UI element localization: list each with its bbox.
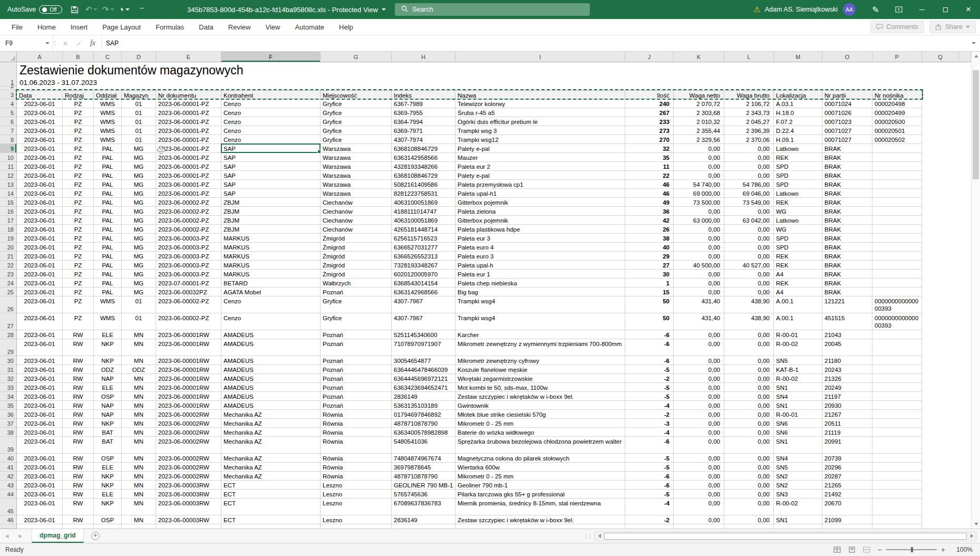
cell[interactable]: 2 329,56 <box>674 135 724 144</box>
cell[interactable]: Mot kombi te 50, sds-max, 1100w <box>455 383 625 392</box>
cell[interactable]: 2023-06-00003-PZ <box>156 270 221 279</box>
cell[interactable]: 2023-06-01 <box>17 261 63 270</box>
cell[interactable]: Mechanika AZ <box>221 437 321 454</box>
cell[interactable]: Paleta upal-h1 <box>455 189 625 198</box>
cell[interactable]: RW <box>63 410 94 419</box>
cell[interactable]: REK <box>774 261 822 270</box>
row-header-44[interactable]: 44 <box>0 490 17 499</box>
cell[interactable] <box>822 524 872 529</box>
cell[interactable]: 1 <box>625 279 674 287</box>
cell[interactable]: 2023-06-00002-PZ <box>156 207 221 216</box>
cell[interactable]: 0,00 <box>724 144 774 153</box>
cell[interactable]: 2023-06-00002RW <box>156 419 221 428</box>
cell[interactable]: WMS <box>94 117 122 126</box>
cell[interactable]: Wkrętaki zegarmistrzowskie <box>455 374 625 383</box>
cell[interactable]: 2 355,44 <box>674 126 724 135</box>
cell[interactable]: -3 <box>625 419 674 428</box>
cell[interactable]: Palety e-pal <box>455 171 625 180</box>
column-header-P[interactable]: P <box>872 52 922 62</box>
cell[interactable]: 21326 <box>822 374 872 383</box>
cell[interactable]: 2023-06-01 <box>17 189 63 198</box>
cell[interactable] <box>872 216 922 225</box>
cell[interactable]: PAL <box>94 243 122 252</box>
cell[interactable]: 267 <box>625 108 674 117</box>
cell[interactable]: 2023-06-00002RW <box>156 437 221 454</box>
cell[interactable] <box>872 198 922 207</box>
cell[interactable]: MN <box>122 481 156 490</box>
column-title-rodzaj[interactable]: Rodzaj <box>63 90 94 99</box>
cell[interactable]: RW <box>63 490 94 499</box>
cell[interactable]: 0,00 <box>674 365 724 374</box>
new-sheet-button[interactable]: + <box>91 532 100 540</box>
cell[interactable] <box>922 499 959 515</box>
cell[interactable]: PZ <box>63 261 94 270</box>
cancel-icon[interactable]: ✕ <box>59 40 72 47</box>
cell[interactable]: Warszawa <box>321 189 392 198</box>
row-header-3[interactable]: 3 <box>0 90 17 99</box>
cell[interactable]: Wiertarka 600w <box>455 463 625 472</box>
cell[interactable] <box>922 313 959 330</box>
cell[interactable]: Magnetyczna osłona do pilarek stołowych <box>455 454 625 463</box>
cell[interactable]: Gryfice <box>321 135 392 144</box>
cell[interactable]: BAT <box>94 437 122 454</box>
cell[interactable]: PZ <box>63 162 94 171</box>
cell[interactable]: BRAK <box>822 162 872 171</box>
cell[interactable]: 40 <box>625 243 674 252</box>
cell[interactable]: 4063100051869 <box>392 216 455 225</box>
cell[interactable]: 0,00 <box>674 463 724 472</box>
scroll-up-button[interactable] <box>972 52 980 61</box>
cell[interactable]: Równia <box>321 472 392 481</box>
cell[interactable]: 0,00 <box>674 330 724 339</box>
cell[interactable] <box>872 490 922 499</box>
cell[interactable]: 2023-06-01 <box>17 171 63 180</box>
cell[interactable]: SN1 <box>774 401 822 410</box>
cell[interactable]: 50 <box>625 313 674 330</box>
cell[interactable]: 2023-06-00003RW <box>156 515 221 524</box>
cell[interactable]: 4307-7967 <box>392 313 455 330</box>
cell[interactable] <box>872 279 922 287</box>
cell[interactable]: 273 <box>625 126 674 135</box>
cell[interactable] <box>872 234 922 243</box>
cell[interactable]: Żmigród <box>321 234 392 243</box>
cell[interactable]: Poznań <box>321 383 392 392</box>
cell[interactable]: 4307-7974 <box>392 135 455 144</box>
cell[interactable]: 0,00 <box>724 481 774 490</box>
cell[interactable]: 2023-06-00002-PZ <box>156 216 221 225</box>
column-header-F[interactable]: F <box>221 52 321 62</box>
cell[interactable]: 63 000,00 <box>674 216 724 225</box>
cell[interactable]: BRAK <box>822 216 872 225</box>
cell[interactable]: PAL <box>94 225 122 234</box>
cell[interactable]: 2023-06-01 <box>17 515 63 524</box>
cell[interactable]: 73 500,00 <box>674 198 724 207</box>
cell[interactable]: MN <box>122 454 156 463</box>
cell[interactable]: 21043 <box>822 330 872 339</box>
cell[interactable]: 38 <box>625 234 674 243</box>
cell[interactable]: 35 <box>625 153 674 162</box>
cell[interactable]: WMS <box>94 126 122 135</box>
cell[interactable]: WMS <box>94 99 122 108</box>
cell[interactable]: 2023-06-01 <box>17 108 63 117</box>
cell[interactable]: Pilarka tarczowa gks 55+ g professional <box>455 490 625 499</box>
cell[interactable]: 2 106,72 <box>724 99 774 108</box>
scrollbar-resize-handle[interactable]: ⋮⋮ <box>584 533 594 539</box>
cell[interactable] <box>221 524 321 529</box>
cell[interactable] <box>922 99 959 108</box>
cell[interactable]: 67089637836783 <box>392 499 455 515</box>
cell[interactable]: 2023-06-00001-PZ <box>156 144 221 153</box>
cell[interactable]: KAT-B-1 <box>774 365 822 374</box>
cell[interactable]: BRAK <box>822 287 872 296</box>
cell[interactable] <box>872 144 922 153</box>
row-header-6[interactable]: 6 <box>0 117 17 126</box>
cell[interactable]: 240 <box>625 99 674 108</box>
row-header-23[interactable]: 23 <box>0 270 17 279</box>
cell[interactable]: Ciechanów <box>321 225 392 234</box>
cell[interactable] <box>922 383 959 392</box>
cell[interactable]: MG <box>122 162 156 171</box>
cell[interactable]: Warszawa <box>321 180 392 189</box>
cell[interactable]: PZ <box>63 216 94 225</box>
cell[interactable] <box>872 374 922 383</box>
cell[interactable]: Poznań <box>321 401 392 410</box>
cell[interactable] <box>922 117 959 126</box>
cell[interactable] <box>922 279 959 287</box>
cell[interactable]: -2 <box>625 410 674 419</box>
